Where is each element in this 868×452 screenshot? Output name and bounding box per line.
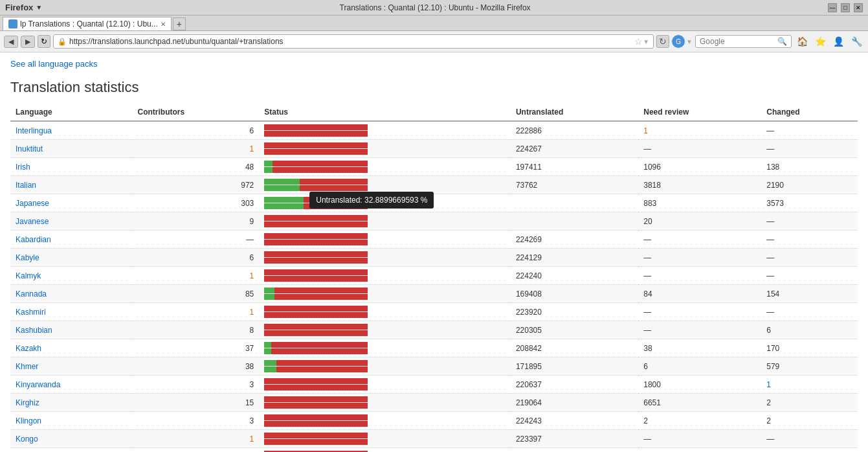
google-search-input[interactable] (700, 37, 777, 46)
contributors-cell: 1 (133, 430, 260, 448)
untranslated-cell: 219064 (511, 394, 638, 412)
red-bar (264, 324, 368, 330)
language-link[interactable]: Kashmiri (16, 308, 46, 317)
untranslated-cell: 224243 (511, 412, 638, 430)
language-link[interactable]: Kinyarwanda (16, 380, 60, 389)
status-bar-cell (259, 376, 511, 394)
home-icon[interactable]: 🏠 (794, 34, 810, 49)
bar-row-bottom (264, 221, 368, 227)
table-row: Kazakh3720884238170 (10, 339, 858, 357)
status-bar-cell (259, 339, 511, 357)
language-link[interactable]: Kashubian (16, 326, 52, 335)
need-review-cell: — (638, 249, 761, 267)
refresh-button[interactable]: ↻ (38, 35, 50, 48)
bar-row-top (264, 324, 368, 330)
table-row: Inuktitut1224267—— (10, 140, 858, 158)
status-bar-cell (259, 158, 511, 176)
language-link[interactable]: Kannada (16, 289, 47, 299)
refresh-icon-2[interactable]: ↻ (656, 35, 669, 48)
forward-button[interactable]: ▶ (21, 36, 35, 48)
need-review-cell: 1096 (638, 158, 761, 176)
language-link[interactable]: Japanese (16, 199, 49, 208)
address-bar[interactable] (69, 37, 634, 46)
green-bar (264, 342, 271, 348)
search-box[interactable]: 🔍 (695, 35, 792, 48)
firefox-menu[interactable]: Firefox ▼ (5, 3, 42, 12)
need-review-cell: 6 (638, 357, 761, 376)
dropdown-arrow-icon[interactable]: ▼ (643, 38, 649, 45)
close-button[interactable]: ✕ (854, 3, 863, 12)
changed-cell: — (761, 303, 858, 321)
bar-row-bottom (264, 367, 368, 372)
language-link[interactable]: Khmer (16, 362, 38, 371)
translation-table: Language Contributors Status Untranslate… (10, 104, 858, 452)
see-all-language-packs-link[interactable]: See all language packs (10, 59, 97, 69)
contributors-cell: 6 (133, 249, 260, 267)
tooltip-box: Untranslated: 32.8899669593 % (309, 192, 434, 209)
language-link[interactable]: Interlingua (16, 126, 52, 135)
status-bar-cell (259, 448, 511, 453)
bar-row-top (264, 215, 368, 221)
table-row: Japanese303Untranslated: 32.8899669593 %… (10, 194, 858, 212)
red-bar (264, 251, 368, 257)
need-review-cell: 883 (638, 194, 761, 212)
red-bar-2 (276, 367, 368, 372)
language-link[interactable]: Javanese (16, 217, 49, 226)
active-tab[interactable]: lp Translations : Quantal (12.10) : Ubu.… (3, 17, 172, 30)
untranslated-cell (511, 212, 638, 231)
settings-icon[interactable]: 🔧 (849, 34, 864, 49)
language-link[interactable]: Kongo (16, 435, 38, 444)
table-header-row: Language Contributors Status Untranslate… (10, 104, 858, 121)
untranslated-cell (511, 194, 638, 212)
table-row: Kashubian8220305—6 (10, 321, 858, 339)
language-link[interactable]: Kabardian (16, 235, 51, 244)
contributors-cell: 1 (133, 140, 260, 158)
window-title: Translations : Quantal (12.10) : Ubuntu … (42, 3, 828, 12)
bar-row-top (264, 251, 368, 257)
changed-cell: 579 (761, 357, 858, 376)
red-bar (264, 306, 368, 311)
search-submit-icon[interactable]: 🔍 (777, 37, 787, 46)
language-link[interactable]: Irish (16, 163, 30, 172)
red-bar-2 (264, 421, 368, 427)
contributors-cell: 15 (133, 394, 260, 412)
language-link[interactable]: Klingon (16, 416, 41, 425)
progress-wrap (264, 233, 368, 245)
contributors-cell: 1 (133, 303, 260, 321)
language-link[interactable]: Inuktitut (16, 144, 43, 153)
language-link[interactable]: Kalmyk (16, 271, 41, 280)
search-engine-arrow[interactable]: ▼ (686, 38, 693, 45)
tab-close-button[interactable]: ✕ (161, 21, 166, 28)
maximize-button[interactable]: □ (841, 3, 850, 12)
bookmark-star-icon[interactable]: ☆ (634, 36, 643, 47)
changed-cell: — (761, 249, 858, 267)
minimize-button[interactable]: — (828, 3, 837, 12)
tab-bar: lp Translations : Quantal (12.10) : Ubu.… (0, 16, 868, 31)
red-bar-2 (264, 240, 368, 245)
red-bar (264, 414, 368, 420)
untranslated-cell: 224267 (511, 140, 638, 158)
language-link[interactable]: Kazakh (16, 344, 41, 353)
language-link[interactable]: Kirghiz (16, 398, 39, 407)
bookmark-icon[interactable]: ⭐ (812, 34, 828, 49)
status-bar-cell (259, 303, 511, 321)
status-bar-cell (259, 231, 511, 249)
new-tab-button[interactable]: + (173, 17, 186, 30)
search-engine-logo: G (672, 35, 685, 48)
progress-wrap (264, 161, 368, 173)
account-icon[interactable]: 👤 (830, 34, 846, 49)
red-bar-2 (300, 185, 368, 191)
language-link[interactable]: Kabyle (16, 253, 39, 262)
changed-cell: — (761, 231, 858, 249)
bar-row-bottom (264, 312, 368, 318)
language-link[interactable]: Italian (16, 181, 36, 190)
need-review-cell: 46 (638, 448, 761, 453)
changed-cell: 138 (761, 158, 858, 176)
green-bar-2 (264, 348, 271, 354)
bar-row-bottom (264, 439, 368, 445)
back-button[interactable]: ◀ (4, 36, 18, 48)
col-status: Status (259, 104, 511, 121)
window-controls[interactable]: — □ ✕ (828, 3, 863, 12)
table-row: Kashmiri1223920—— (10, 303, 858, 321)
table-row: Javanese920— (10, 212, 858, 231)
